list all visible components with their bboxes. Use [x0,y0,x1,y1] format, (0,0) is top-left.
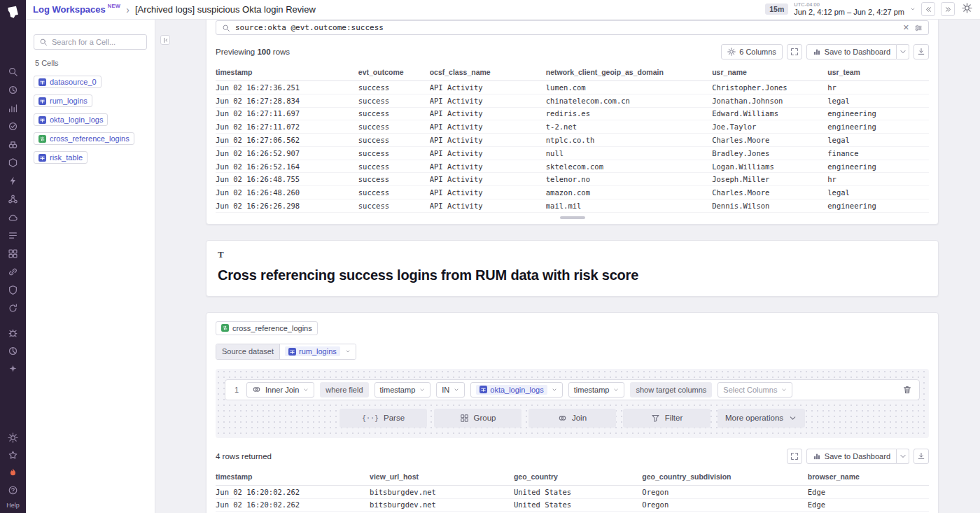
select-columns-dropdown[interactable]: Select Columns [718,382,792,398]
column-header[interactable]: network_client_geoip_as_domain [546,65,712,81]
column-header[interactable]: browser_name [808,470,929,486]
rail-item-metrics[interactable] [8,102,19,113]
right-field-dropdown[interactable]: timestamp [568,382,625,398]
time-backward-button[interactable] [921,2,935,16]
download-button[interactable] [913,449,929,464]
cell-item-datasource_0[interactable]: datasource_0 [34,76,102,88]
column-header[interactable]: geo_country_subdivision [642,470,807,486]
clear-query-icon[interactable]: ✕ [903,24,909,31]
column-header[interactable]: usr_team [827,65,929,81]
table-cell: finance [827,146,929,160]
rail-item-logs[interactable] [8,230,19,241]
table-row[interactable]: Jun 02 16:27:06.562successAPI Activitynt… [216,134,929,147]
cell-search-input[interactable] [52,38,141,46]
column-header[interactable]: timestamp [216,470,370,486]
column-header[interactable]: view_url_host [370,470,514,486]
rail-item-profiling[interactable] [8,345,19,356]
join-dataset-dropdown[interactable]: okta_login_logs [470,382,562,398]
cell-item-risk_table[interactable]: risk_table [34,151,88,164]
column-header[interactable]: geo_country [514,470,642,486]
log-query-bar[interactable]: source:okta @evt.outcome:success ✕ [216,20,929,35]
rail-item-search[interactable] [8,66,19,77]
column-header[interactable]: evt_outcome [358,65,430,81]
workspace-settings-button[interactable] [960,3,973,15]
rail-item-integrations[interactable] [8,266,19,277]
save-dropdown-caret[interactable] [897,44,909,59]
rail-item-error-tracking[interactable] [8,327,19,338]
table-cell: Jun 02 16:27:06.562 [216,134,358,147]
column-header[interactable]: ocsf_class_name [430,65,546,81]
help-label[interactable]: Help [6,502,20,509]
collapse-panel-button[interactable] [160,35,170,45]
rail-item-security[interactable] [8,284,19,295]
save-to-dashboard-button[interactable]: Save to Dashboard [806,44,897,59]
rail-item-monitors[interactable] [8,120,19,132]
table-cell: Bradley.Jones [712,146,827,160]
table-row[interactable]: Jun 02 16:26:48.755successAPI Activityte… [216,173,929,186]
chevron-down-icon[interactable] [910,6,916,12]
table-row[interactable]: Jun 02 16:26:52.164successAPI Activitysk… [216,160,929,173]
rail-item-bits-ai[interactable] [7,467,18,478]
table-row[interactable]: Jun 02 16:27:36.251successAPI Activitylu… [216,81,929,94]
save-to-dashboard-button[interactable]: Save to Dashboard [806,449,897,464]
transform-cell-tag[interactable]: cross_reference_logins [216,321,318,335]
cell-item-okta_login_logs[interactable]: okta_login_logs [34,113,108,126]
columns-button[interactable]: 6 Columns [721,44,783,59]
join-dataset-chip: okta_login_logs [476,385,547,395]
table-row[interactable]: Jun 02 16:26:52.907successAPI Activitynu… [216,146,929,160]
breadcrumb-log-workspaces[interactable]: Log Workspaces [33,4,106,15]
table-row[interactable]: Jun 02 16:27:11.072successAPI Activityt-… [216,120,929,134]
download-button[interactable] [913,44,929,59]
cell-search[interactable] [34,34,147,50]
join-type-dropdown[interactable]: Inner Join [246,382,314,398]
query-options-sliders-icon[interactable] [914,24,923,32]
table-row[interactable]: Jun 02 16:20:02.262bitsburgdev.netUnited… [216,485,929,498]
operations-row: {··}Parse Group Join Filter More operati… [225,409,920,428]
cell-item-rum_logins[interactable]: rum_logins [34,94,92,107]
delete-step-icon[interactable] [902,385,912,395]
group-button[interactable]: Group [434,409,522,428]
table-row[interactable]: Jun 02 16:26:48.260successAPI Activityam… [216,186,929,199]
query-cell-card: source:okta @evt.outcome:success ✕ Previ… [206,20,939,225]
rail-item-settings[interactable] [7,432,18,443]
time-range-picker[interactable]: UTC-04:00 Jun 2, 4:12 pm – Jun 2, 4:27 p… [794,2,904,17]
column-header[interactable]: usr_name [712,65,827,81]
rail-item-actions[interactable] [8,175,19,186]
chevron-down-icon [899,452,907,461]
left-field-dropdown[interactable]: timestamp [374,382,431,398]
datadog-logo[interactable] [6,5,20,20]
table-cell: telenor.no [546,173,712,186]
rail-item-apm[interactable] [8,139,19,150]
parse-button[interactable]: {··}Parse [340,409,427,428]
filter-button[interactable]: Filter [623,409,710,428]
rail-item-infrastructure[interactable] [8,157,19,168]
source-dataset-dropdown[interactable]: rum_logins [280,344,356,359]
timezone-label: UTC-04:00 [794,2,904,8]
horizontal-scrollbar[interactable] [560,216,585,219]
table-cell: mail.mil [546,199,712,213]
table-row[interactable]: Jun 02 16:27:28.834successAPI Activitych… [216,94,929,107]
rail-item-synthetics[interactable] [8,302,19,314]
column-header[interactable]: timestamp [216,65,358,81]
cell-item-cross_reference_logins[interactable]: cross_reference_logins [34,132,134,145]
time-forward-button[interactable] [941,2,955,16]
rail-item-llm-observability[interactable] [8,363,19,374]
table-row[interactable]: Jun 02 16:26:26.298successAPI Activityma… [216,199,929,213]
save-dropdown-caret[interactable] [897,449,909,464]
rail-item-watchdog[interactable] [8,84,19,95]
expand-icon [790,452,799,461]
rail-item-help[interactable] [7,484,18,496]
rail-item-cloud-security[interactable] [8,211,19,223]
time-preset-chip[interactable]: 15m [765,3,788,15]
expand-button[interactable] [787,44,802,59]
operator-dropdown[interactable]: IN [436,382,465,398]
rail-item-dashboards[interactable] [8,248,19,259]
rail-item-service-catalog[interactable] [8,193,19,204]
rail-item-whats-new[interactable] [7,449,18,461]
join-button[interactable]: Join [528,409,616,428]
table-row[interactable]: Jun 02 16:20:02.262bitsburgdev.netUnited… [216,498,929,512]
table-cell: Charles.Moore [712,186,827,199]
more-operations-button[interactable]: More operations [718,409,805,428]
table-row[interactable]: Jun 02 16:27:11.697successAPI Activityre… [216,107,929,120]
expand-button[interactable] [787,449,802,464]
